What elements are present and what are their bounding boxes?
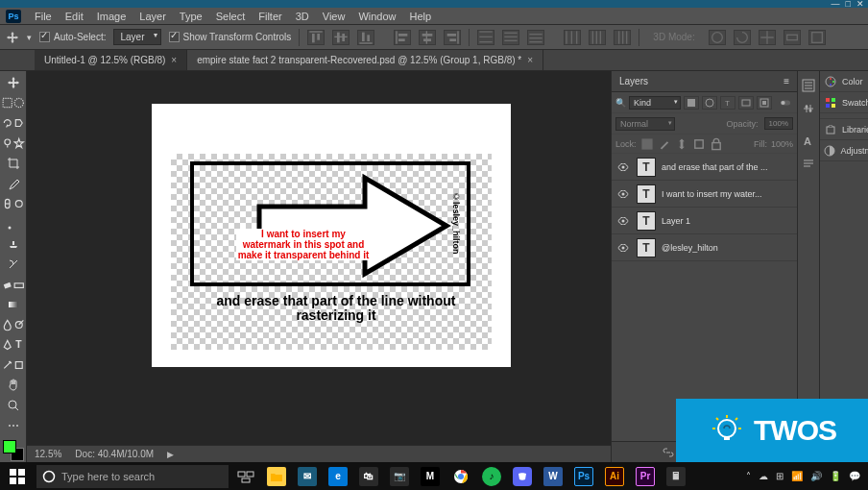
- align-hcenter-icon[interactable]: [419, 30, 436, 45]
- tab-close-icon[interactable]: ×: [171, 55, 177, 65]
- lock-transparency-icon[interactable]: [640, 138, 654, 150]
- menu-select[interactable]: Select: [216, 11, 246, 22]
- layer-row[interactable]: T I want to insert my water...: [612, 181, 797, 208]
- menu-edit[interactable]: Edit: [65, 11, 84, 22]
- marquee-tools[interactable]: [2, 93, 25, 112]
- libraries-panel-tab[interactable]: Libraries: [820, 119, 868, 140]
- m-app-icon[interactable]: M: [415, 462, 446, 490]
- lock-brush-icon[interactable]: [658, 138, 671, 150]
- visibility-icon[interactable]: [615, 244, 631, 252]
- calculator-icon[interactable]: 🖩: [661, 462, 691, 490]
- system-tray[interactable]: ˄ ☁ ⊞ 📶 🔊 🔋 💬: [738, 471, 868, 481]
- layer-row[interactable]: T and erase that part of the ...: [612, 154, 797, 181]
- volume-icon[interactable]: 🔊: [810, 471, 822, 481]
- menu-3d[interactable]: 3D: [296, 11, 309, 22]
- color-swatches[interactable]: [3, 440, 24, 461]
- distribute-hcenter-icon[interactable]: [589, 30, 606, 45]
- 3d-roll-icon[interactable]: [734, 30, 751, 45]
- layer-name[interactable]: I want to insert my water...: [662, 189, 793, 199]
- premiere-icon[interactable]: Pr: [630, 462, 661, 490]
- character-panel-icon[interactable]: A: [798, 131, 819, 152]
- pen-type-tools[interactable]: T: [2, 335, 25, 355]
- start-button[interactable]: [0, 462, 35, 490]
- adjustments-panel-tab[interactable]: Adjustments: [820, 140, 868, 161]
- zoom-level[interactable]: 12.5%: [35, 449, 61, 459]
- align-vcenter-icon[interactable]: [332, 30, 350, 45]
- illustrator-icon[interactable]: Ai: [599, 462, 630, 490]
- align-bottom-icon[interactable]: [357, 30, 374, 45]
- zoom-tool[interactable]: [2, 396, 25, 415]
- mail-app-icon[interactable]: ✉: [292, 462, 323, 490]
- layer-name[interactable]: and erase that part of the ...: [662, 162, 793, 172]
- auto-select-dropdown[interactable]: Layer: [113, 29, 160, 45]
- tab-close-icon[interactable]: ×: [527, 55, 533, 65]
- blend-mode-dropdown[interactable]: Normal: [615, 117, 675, 131]
- fill-value[interactable]: 100%: [771, 139, 793, 149]
- close-icon[interactable]: ✕: [856, 0, 864, 9]
- word-icon[interactable]: W: [538, 462, 568, 490]
- spotify-icon[interactable]: ♪: [476, 462, 507, 490]
- auto-select-checkbox[interactable]: Auto-Select:: [39, 32, 106, 42]
- show-transform-checkbox[interactable]: Show Transform Controls: [169, 32, 292, 42]
- lock-all-icon[interactable]: [710, 138, 723, 150]
- 3d-slide-icon[interactable]: [784, 30, 801, 45]
- properties-panel-icon[interactable]: [798, 98, 819, 119]
- filter-pixel-icon[interactable]: [684, 96, 699, 110]
- lock-position-icon[interactable]: [675, 138, 688, 150]
- store-icon[interactable]: 🛍: [353, 462, 384, 490]
- discord-icon[interactable]: [507, 462, 538, 490]
- lock-artboard-icon[interactable]: [692, 138, 706, 150]
- filter-toggle-icon[interactable]: [778, 96, 793, 110]
- paragraph-panel-icon[interactable]: [798, 154, 819, 175]
- menu-view[interactable]: View: [323, 11, 346, 22]
- visibility-icon[interactable]: [615, 217, 631, 225]
- history-brush-tool[interactable]: [2, 255, 25, 274]
- wifi-icon[interactable]: 📶: [791, 471, 803, 481]
- menu-file[interactable]: File: [35, 11, 52, 22]
- notifications-icon[interactable]: 💬: [849, 471, 860, 481]
- blur-dodge-tools[interactable]: [2, 315, 25, 334]
- eyedropper-tool[interactable]: [2, 174, 25, 193]
- 3d-orbit-icon[interactable]: [709, 30, 726, 45]
- crop-tool[interactable]: [2, 154, 25, 173]
- distribute-right-icon[interactable]: [614, 30, 631, 45]
- file-explorer-icon[interactable]: [261, 462, 292, 490]
- brush-tool[interactable]: [2, 214, 25, 233]
- tab-empire-state[interactable]: empire state fact 2 transparent-Recovere…: [187, 50, 543, 70]
- chrome-icon[interactable]: [446, 462, 476, 490]
- filter-kind-icon[interactable]: 🔍: [615, 98, 626, 108]
- menu-help[interactable]: Help: [410, 11, 432, 22]
- taskbar-search[interactable]: Type here to search: [36, 465, 229, 488]
- edge-icon[interactable]: e: [323, 462, 353, 490]
- align-left-icon[interactable]: [394, 30, 411, 45]
- history-panel-icon[interactable]: [798, 75, 819, 96]
- panel-menu-icon[interactable]: ≡: [784, 76, 789, 86]
- hand-tool[interactable]: [2, 376, 25, 395]
- layer-name[interactable]: Layer 1: [662, 216, 793, 226]
- move-tool[interactable]: [2, 73, 25, 92]
- filter-smart-icon[interactable]: [757, 96, 772, 110]
- touchpad-icon[interactable]: ⊞: [776, 471, 784, 481]
- filter-kind-dropdown[interactable]: Kind: [629, 96, 681, 110]
- layer-row[interactable]: T Layer 1: [612, 208, 797, 234]
- visibility-icon[interactable]: [615, 163, 631, 171]
- camera-icon[interactable]: 📷: [384, 462, 415, 490]
- distribute-bottom-icon[interactable]: [527, 30, 544, 45]
- align-top-icon[interactable]: [307, 30, 325, 45]
- swatches-panel-tab[interactable]: Swatches: [820, 92, 868, 113]
- opacity-value[interactable]: 100%: [764, 117, 793, 130]
- statusbar-menu-icon[interactable]: ▶: [167, 450, 174, 459]
- link-layers-icon[interactable]: [661, 446, 676, 459]
- distribute-left-icon[interactable]: [564, 30, 581, 45]
- 3d-scale-icon[interactable]: [808, 30, 826, 45]
- layers-panel-title[interactable]: Layers: [619, 76, 648, 86]
- battery-icon[interactable]: 🔋: [830, 471, 841, 481]
- edit-toolbar-icon[interactable]: ⋯: [2, 416, 25, 435]
- onedrive-icon[interactable]: ☁: [759, 471, 768, 481]
- document-canvas[interactable]: I want to insert my watermark in this sp…: [152, 104, 511, 367]
- align-right-icon[interactable]: [444, 30, 461, 45]
- menu-filter[interactable]: Filter: [258, 11, 281, 22]
- lasso-tools[interactable]: [2, 113, 25, 133]
- tab-untitled-1[interactable]: Untitled-1 @ 12.5% (RGB/8) ×: [35, 50, 187, 70]
- menu-image[interactable]: Image: [97, 11, 127, 22]
